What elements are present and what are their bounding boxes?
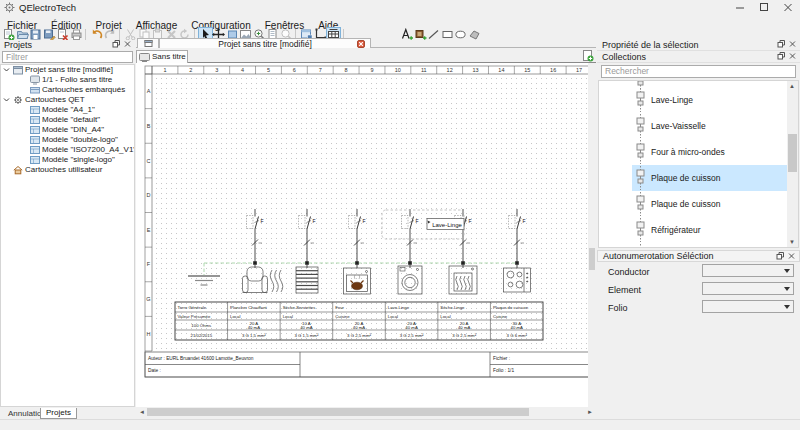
horizontal-scrollbar-thumb[interactable] (147, 408, 529, 416)
svg-text:3 G 2,5 mm²: 3 G 2,5 mm² (347, 333, 371, 338)
tree-item-label: Cartouches QET (25, 95, 85, 105)
svg-text:Cuisine: Cuisine (335, 314, 350, 319)
collections-scrollbar-thumb[interactable] (788, 134, 797, 172)
folio-tab[interactable]: Sans titre (136, 50, 188, 63)
titleblock-model-icon (30, 125, 40, 135)
svg-text:F: F (261, 218, 264, 224)
collections-item-r-frig-rateur[interactable]: Réfrigérateur (632, 217, 788, 243)
search-input[interactable]: Rechercher (601, 65, 796, 78)
element-thumbnail (633, 218, 648, 242)
autonum-combo-folio[interactable] (702, 300, 794, 313)
collections-item-partial[interactable] (632, 243, 788, 248)
autonumbering-header: Autonumerotation Séléction (597, 250, 800, 262)
svg-text:2: 2 (189, 67, 192, 73)
vertical-scrollbar-thumb[interactable] (589, 248, 595, 270)
svg-text:Sèche-Linge: Sèche-Linge (440, 305, 465, 310)
element-thumbnail (633, 140, 648, 164)
tree-item-mod-le-iso7200-a4-v1[interactable]: Modèle "ISO7200_A4_V1" (1, 145, 134, 155)
svg-text:3 G 2,5 mm²: 3 G 2,5 mm² (452, 333, 476, 338)
svg-text:Valeur Présumée: Valeur Présumée (178, 314, 211, 319)
collections-item-label: Lave-Linge (651, 95, 693, 105)
scroll-right-arrow[interactable]: ► (587, 407, 593, 417)
filter-input[interactable]: Filtrer (2, 51, 133, 63)
diagram-canvas[interactable]: 1234567891011121314151617ABCDEFGHFFFFFFL… (136, 63, 596, 407)
scroll-left-arrow[interactable]: ◄ (139, 407, 145, 417)
autonum-label-conductor: Conductor (608, 267, 650, 277)
maximize-button[interactable] (752, 0, 776, 15)
tree-item-label: Modèle "default" (42, 115, 100, 125)
svg-text:Terre Générale: Terre Générale (178, 305, 207, 310)
svg-text:H: H (147, 331, 151, 337)
tree-item-1-1-folio-sans-titre[interactable]: 1/1 - Folio sans titre (1, 75, 134, 85)
tree-item-cartouches-embarqu-s[interactable]: Cartouches embarqués (1, 85, 134, 95)
tree-item-mod-le-double-logo[interactable]: Modèle "double-logo" (1, 135, 134, 145)
close-button[interactable] (776, 0, 800, 15)
svg-text:21/02/2015: 21/02/2015 (191, 333, 213, 338)
mdi-project-tab[interactable]: Projet sans titre [modifié] (159, 38, 371, 48)
titleblock-model-icon (30, 105, 40, 115)
toolbar-separator (119, 29, 120, 40)
properties-dock-buttons[interactable] (777, 40, 797, 49)
menu-bar: FichierÉditionProjetAffichageConfigurati… (0, 15, 800, 27)
tree-item-label: Modèle "double-logo" (42, 135, 118, 145)
autonum-dock-buttons[interactable] (776, 252, 796, 261)
tree-item-projet-sans-titre-modifi[interactable]: Projet sans titre [modifié] (1, 65, 134, 75)
tab-projets[interactable]: Projets (40, 408, 77, 419)
tree-item-label: Modèle "single-logo" (42, 155, 115, 165)
mdi-close-icon[interactable] (357, 40, 365, 48)
svg-text:A: A (147, 88, 151, 94)
add-folio-button[interactable] (582, 50, 594, 62)
projects-dock-title: Projets (4, 40, 32, 50)
svg-text:40 mA: 40 mA (511, 325, 524, 330)
svg-text:D: D (147, 192, 151, 198)
svg-text:100 Ohms: 100 Ohms (191, 323, 211, 328)
titleblock-model-icon (30, 145, 40, 155)
projects-dock: Projets Filtrer Projet sans titre [modif… (0, 40, 135, 419)
collections-item-plaque-de-cuisson[interactable]: Plaque de cuisson (632, 165, 788, 191)
collections-scrollbar[interactable]: ▲ ▼ (787, 81, 798, 247)
dock-buttons[interactable] (112, 40, 132, 49)
vertical-scrollbar[interactable] (588, 63, 596, 407)
svg-text:3: 3 (215, 67, 218, 73)
collections-item-plaque-de-cuisson[interactable]: Plaque de cuisson (632, 191, 788, 217)
tree-item-mod-le-din-a4[interactable]: Modèle "DIN_A4" (1, 125, 134, 135)
collections-item-lave-linge[interactable]: Lave-Linge (632, 87, 788, 113)
tree-item-cartouches-qet[interactable]: Cartouches QET (1, 95, 134, 105)
horizontal-scrollbar[interactable]: ◄ ► (136, 407, 596, 417)
mdi-mini-tab[interactable] (137, 38, 159, 48)
tree-item-cartouches-utilisateur[interactable]: Cartouches utilisateur (1, 165, 134, 175)
chevron-down-icon (784, 305, 790, 309)
collections-panel-header: Collections (597, 52, 800, 63)
projects-tree: Projet sans titre [modifié]1/1 - Folio s… (0, 64, 135, 407)
collections-dock-buttons[interactable] (777, 52, 797, 61)
toolbar-separator (85, 29, 86, 40)
svg-text:13: 13 (472, 67, 478, 73)
collections-list: Lave-LingeLave-VaisselleFour à micro-ond… (598, 80, 799, 248)
svg-text:Fichier :: Fichier : (493, 356, 510, 361)
tree-item-mod-le-a4-1[interactable]: Modèle "A4_1" (1, 105, 134, 115)
properties-panel-title: Propriété de la sélection (602, 40, 699, 50)
autonum-combo-conductor[interactable] (702, 264, 794, 277)
tree-item-mod-le-default[interactable]: Modèle "default" (1, 115, 134, 125)
element-thumbnail (633, 114, 648, 138)
properties-panel-header: Propriété de la sélection (597, 40, 800, 51)
svg-text:12: 12 (447, 67, 453, 73)
autonum-label-folio: Folio (608, 303, 628, 313)
svg-text:Lave-Linge: Lave-Linge (388, 305, 410, 310)
element-text-label[interactable]: Lave-Linge (427, 219, 464, 230)
tree-item-mod-le-single-logo[interactable]: Modèle "single-logo" (1, 155, 134, 165)
collections-item-four-micro-ondes[interactable]: Four à micro-ondes (632, 139, 788, 165)
svg-text:E: E (147, 227, 151, 233)
svg-text:Four: Four (335, 305, 344, 310)
folio-page[interactable]: 1234567891011121314151617ABCDEFGHFFFFFFL… (145, 66, 592, 377)
svg-text:Cuisine: Cuisine (493, 314, 508, 319)
svg-text:9: 9 (370, 67, 373, 73)
tree-item-label: Cartouches utilisateur (25, 165, 102, 175)
collections-item-lave-vaisselle[interactable]: Lave-Vaisselle (632, 113, 788, 139)
minimize-button[interactable] (728, 0, 752, 15)
svg-text:4: 4 (241, 67, 244, 73)
titleblock-folder-icon (30, 85, 40, 95)
tree-item-label: 1/1 - Folio sans titre (42, 75, 112, 85)
autonum-combo-element[interactable] (702, 282, 794, 295)
svg-text:Auteur : EURL Bruandet 41600 L: Auteur : EURL Bruandet 41600 Lamotte_Beu… (148, 356, 254, 361)
